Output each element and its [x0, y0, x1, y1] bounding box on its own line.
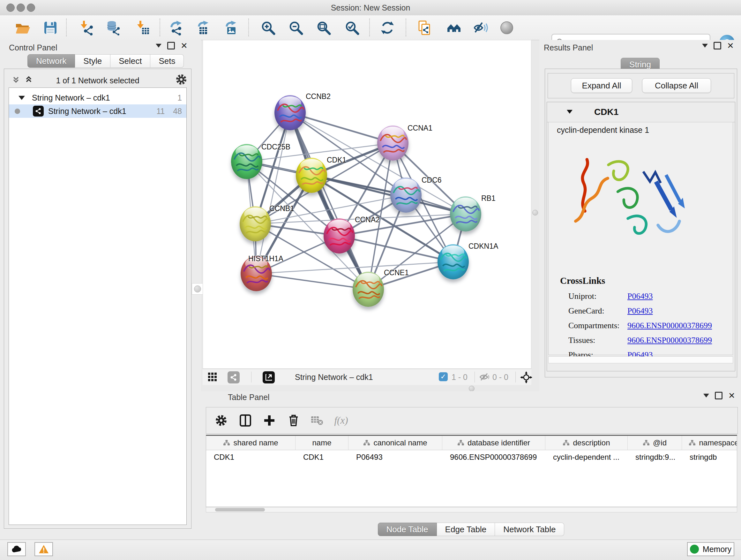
close-panel-icon[interactable]: ✕ [728, 392, 735, 399]
close-panel-icon[interactable]: ✕ [181, 43, 188, 49]
network-collection-row[interactable]: String Network – cdk1 1 [9, 91, 186, 105]
node-table: shared namenamecanonical namedatabase id… [206, 435, 737, 507]
collection-expand-icon[interactable] [18, 96, 25, 100]
table-cell-name[interactable]: CDK1 [295, 450, 348, 464]
maximize-panel-icon[interactable] [715, 392, 723, 399]
close-panel-icon[interactable]: ✕ [727, 43, 734, 49]
table-cell-namespace[interactable]: stringdb [682, 450, 737, 464]
export-network-icon[interactable] [168, 20, 184, 36]
table-panel-splitter[interactable] [469, 386, 475, 391]
expand-all-button[interactable]: Expand All [571, 78, 632, 93]
collapse-all-button[interactable]: Collapse All [642, 78, 711, 93]
crosslink-link-genecard-[interactable]: P06493 [627, 306, 653, 316]
string-badge-icon[interactable] [227, 371, 240, 383]
table-row[interactable]: CDK1CDK1P064939606.ENSP00000378699cyclin… [206, 450, 737, 464]
table-cell-canonical-name[interactable]: P06493 [348, 450, 442, 464]
network-node-ccnb2[interactable] [274, 95, 306, 130]
show-columns-icon[interactable] [238, 413, 253, 428]
column-header-canonical-name[interactable]: canonical name [348, 436, 442, 450]
open-in-window-icon[interactable] [263, 371, 275, 383]
network-edge[interactable] [256, 273, 368, 289]
open-session-icon[interactable] [14, 20, 30, 36]
home-icon[interactable] [446, 20, 462, 36]
import-table-icon[interactable] [135, 20, 151, 36]
export-table-icon[interactable] [195, 20, 211, 36]
birds-eye-view-icon[interactable] [207, 372, 218, 383]
open-network-file-icon[interactable] [417, 20, 433, 36]
table-cell-shared-name[interactable]: CDK1 [206, 450, 295, 464]
tab-edge-table[interactable]: Edge Table [437, 523, 495, 536]
node-label-ccna1: CCNA1 [408, 124, 432, 132]
control-panel-splitter[interactable] [192, 283, 203, 295]
network-node-cdc25b[interactable] [231, 144, 262, 179]
network-options-gear-icon[interactable] [175, 73, 187, 87]
crosslink-link-uniprot-[interactable]: P06493 [627, 292, 653, 301]
delete-column-icon[interactable] [286, 413, 301, 428]
table-cell-description[interactable]: cyclin-dependent ... [545, 450, 628, 464]
selected-checkbox-icon[interactable]: ✓ [439, 372, 448, 381]
network-node-count: 11 [156, 107, 165, 116]
network-edge[interactable] [312, 175, 466, 214]
maximize-panel-icon[interactable] [167, 42, 175, 50]
save-session-icon[interactable] [43, 20, 58, 36]
column-header-description[interactable]: description [545, 436, 628, 450]
cdk1-section-header[interactable]: CDK1 [547, 102, 735, 122]
import-database-icon[interactable] [105, 20, 121, 36]
zoom-out-icon[interactable] [288, 20, 304, 36]
network-node-rb1[interactable] [450, 196, 481, 232]
float-panel-icon[interactable] [703, 394, 709, 397]
network-view[interactable]: CCNB2CCNA1CDC25BCDK1CDC6RB1CCNB1CCNA2CDK… [203, 40, 531, 369]
import-network-icon[interactable] [78, 20, 94, 36]
scrollbar-thumb[interactable] [215, 508, 265, 511]
create-column-icon[interactable] [261, 413, 277, 428]
crosslink-link-tissues-[interactable]: 9606.ENSP00000378699 [627, 335, 712, 345]
zoom-selected-icon[interactable] [344, 20, 360, 36]
network-node-ccnb1[interactable] [240, 206, 271, 241]
section-collapse-icon[interactable] [567, 110, 572, 114]
function-builder-icon[interactable]: f(x) [333, 413, 349, 428]
hide-unhide-icon[interactable] [472, 20, 488, 36]
zoom-in-icon[interactable] [260, 20, 276, 36]
status-sphere-icon[interactable] [499, 20, 515, 36]
network-node-cdc6[interactable] [390, 178, 421, 212]
network-node-ccna2[interactable] [324, 219, 355, 253]
zoom-fit-icon[interactable] [316, 20, 332, 36]
section-scrollbar[interactable] [548, 356, 733, 363]
crosslink-link-compartments-[interactable]: 9606.ENSP00000378699 [627, 321, 712, 330]
apply-layout-icon[interactable] [380, 20, 395, 36]
table-horizontal-scrollbar[interactable] [206, 507, 737, 512]
tab-network-table[interactable]: Network Table [495, 523, 564, 536]
memory-button[interactable]: Memory [687, 542, 734, 556]
table-panel-controls: ✕ [703, 392, 735, 399]
cloud-button[interactable] [7, 542, 26, 556]
maximize-panel-icon[interactable] [714, 42, 721, 50]
tab-node-table[interactable]: Node Table [378, 523, 437, 536]
network-edge[interactable] [339, 236, 453, 262]
tab-select[interactable]: Select [111, 54, 150, 68]
network-node-cdk1[interactable] [296, 158, 327, 193]
fit-selected-crosshair-icon[interactable] [520, 371, 532, 385]
tab-style[interactable]: Style [75, 54, 111, 68]
column-header-database-identifier[interactable]: database identifier [442, 436, 545, 450]
tab-sets[interactable]: Sets [150, 54, 184, 68]
hidden-eye-icon[interactable] [479, 372, 490, 383]
column-header-namespace[interactable]: namespace [682, 436, 737, 450]
network-edge[interactable] [290, 113, 368, 289]
column-header-shared-name[interactable]: shared name [206, 436, 295, 450]
export-image-icon[interactable] [223, 20, 239, 36]
table-cell-database-identifier[interactable]: 9606.ENSP00000378699 [442, 450, 545, 464]
network-node-ccne1[interactable] [353, 272, 384, 307]
network-node-ccna1[interactable] [377, 125, 408, 161]
network-node-cdkn1a[interactable] [437, 244, 469, 279]
network-row[interactable]: String Network – cdk1 11 48 [9, 105, 186, 118]
float-panel-icon[interactable] [156, 44, 161, 48]
results-panel-splitter[interactable] [532, 210, 538, 215]
table-settings-gear-icon[interactable] [213, 413, 229, 428]
tab-network[interactable]: Network [27, 54, 75, 68]
delete-table-icon[interactable] [309, 413, 325, 428]
column-header-name[interactable]: name [295, 436, 348, 450]
column-header--id[interactable]: @id [628, 436, 682, 450]
table-cell--id[interactable]: stringdb:9... [628, 450, 682, 464]
warnings-button[interactable] [35, 542, 53, 556]
float-panel-icon[interactable] [702, 44, 708, 48]
